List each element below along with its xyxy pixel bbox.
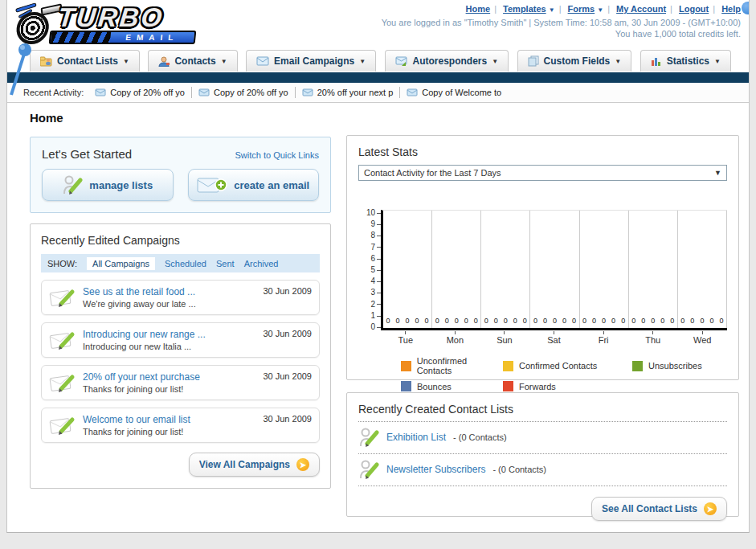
switch-quick-links-link[interactable]: Switch to Quick Links — [235, 150, 319, 160]
stats-period-value: Contact Activity for the Last 7 Days — [364, 168, 501, 178]
chart-y-tick-label: 9 — [358, 221, 381, 227]
campaign-subtitle: Thanks for joining our list! — [83, 384, 256, 394]
login-info: You are logged in as "Timothy Smith" | S… — [382, 17, 741, 39]
create-email-button[interactable]: create an email — [188, 169, 320, 201]
campaign-date: 30 Jun 2009 — [263, 414, 312, 424]
credits-text: You have 1,000 total credits left. — [382, 28, 741, 39]
chart-day-column: 00000 — [580, 211, 629, 328]
person-pencil-icon — [358, 459, 379, 480]
chart-day-column: 00000 — [481, 211, 530, 328]
chart-y-tick-label: 2 — [358, 301, 381, 308]
campaign-item[interactable]: Welcome to our email list Thanks for joi… — [41, 408, 320, 443]
contact-list-name-link[interactable]: Newsletter Subscribers — [386, 464, 485, 475]
legend-swatch — [401, 381, 411, 391]
tab-email-campaigns[interactable]: Email Campaigns ▼ — [246, 50, 376, 72]
legend-swatch — [503, 381, 513, 391]
chart-day-column: 00000 — [629, 211, 678, 328]
campaign-item[interactable]: Introducing our new range ... Introducin… — [41, 322, 320, 358]
divider — [191, 87, 192, 98]
see-all-contact-lists-button[interactable]: See All Contact Lists ➤ — [591, 497, 727, 521]
nav-my-account-link[interactable]: My Account — [616, 4, 666, 14]
campaign-date: 30 Jun 2009 — [263, 371, 312, 381]
person-pencil-icon — [62, 174, 83, 195]
nav-logout-link[interactable]: Logout — [679, 4, 709, 14]
tab-statistics[interactable]: Statistics ▼ — [640, 50, 731, 72]
logo-title: TURBO — [56, 2, 166, 33]
legend-swatch — [632, 361, 643, 371]
chart-day-column: 00000 — [432, 211, 481, 328]
manage-lists-button[interactable]: manage lists — [42, 169, 174, 201]
envelope-pencil-icon — [49, 330, 76, 351]
nav-forms-link[interactable]: Forms — [568, 4, 595, 14]
envelope-icon — [302, 88, 313, 96]
caret-down-icon: ▼ — [597, 6, 603, 14]
tab-contacts[interactable]: Contacts ▼ — [148, 50, 237, 72]
caret-down-icon: ▼ — [123, 58, 129, 65]
contact-list-item[interactable]: Newsletter Subscribers - (0 Contacts) — [358, 454, 727, 486]
arrow-right-icon: ➤ — [296, 458, 309, 471]
contact-list-item[interactable]: Exhibition List - (0 Contacts) — [358, 422, 727, 454]
envelope-pencil-icon — [49, 415, 76, 436]
latest-stats-panel: Latest Stats Contact Activity for the La… — [346, 135, 739, 380]
filter-sent[interactable]: Sent — [216, 259, 235, 268]
recent-activity-bar: Recent Activity: Copy of 20% off yo Copy… — [7, 83, 749, 103]
navy-divider-bar — [7, 72, 749, 83]
campaign-item[interactable]: 20% off your next purchase Thanks for jo… — [41, 365, 320, 400]
app-window: TURBO EMAIL Home| Templates ▼| Forms ▼| … — [6, 0, 750, 533]
chart-legend: Unconfirmed ContactsConfirmed ContactsUn… — [401, 356, 727, 391]
chart-day-column: 00000 — [383, 211, 432, 328]
chart-y-axis: 109876543210 — [358, 210, 381, 330]
stats-period-select[interactable]: Contact Activity for the Last 7 Days ▼ — [358, 165, 727, 181]
tab-contact-lists[interactable]: Contact Lists ▼ — [30, 50, 140, 72]
envelope-pencil-icon — [49, 287, 76, 309]
contact-list-name-link[interactable]: Exhibition List — [386, 432, 446, 443]
campaign-subtitle: We're giving away our late ... — [83, 299, 256, 309]
caret-down-icon: ▼ — [714, 169, 721, 177]
nav-separator: | — [670, 4, 672, 14]
campaign-title-link[interactable]: See us at the retail food ... — [83, 286, 256, 297]
chart-x-tick-label: Tue — [381, 330, 431, 345]
campaign-item[interactable]: See us at the retail food ... We're givi… — [41, 280, 320, 315]
help-bubble-icon[interactable] — [742, 2, 750, 14]
contact-lists-title: Recently Created Contact Lists — [358, 403, 727, 422]
turbo-email-logo[interactable]: TURBO EMAIL — [13, 4, 206, 47]
chart-x-tick-label: Fri — [578, 330, 628, 345]
campaign-title-link[interactable]: 20% off your next purchase — [83, 371, 256, 383]
activity-item-label: Copy of 20% off yo — [214, 88, 288, 97]
caret-down-icon: ▼ — [359, 58, 366, 65]
caret-down-icon: ▼ — [492, 58, 498, 65]
filter-scheduled[interactable]: Scheduled — [165, 259, 206, 268]
chart-value-labels: 00000 — [678, 317, 726, 325]
view-all-campaigns-label: View All Campaigns — [199, 459, 290, 470]
statistics-icon — [651, 56, 662, 67]
campaign-title-link[interactable]: Welcome to our email list — [83, 414, 256, 425]
contact-lists-icon — [40, 56, 52, 67]
nav-help-link[interactable]: Help — [721, 4, 741, 14]
nav-home-link[interactable]: Home — [466, 4, 491, 14]
recent-activity-item[interactable]: Copy of 20% off yo — [95, 88, 185, 97]
tab-autoresponders[interactable]: Autoresponders ▼ — [385, 50, 509, 72]
recent-activity-item[interactable]: Copy of Welcome to — [407, 88, 501, 97]
nav-templates-link[interactable]: Templates — [503, 4, 546, 14]
envelope-icon — [95, 88, 106, 96]
contact-list-detail: - (0 Contacts) — [492, 465, 546, 474]
campaign-date: 30 Jun 2009 — [263, 286, 312, 296]
nav-separator: | — [559, 4, 562, 14]
recent-activity-item[interactable]: 20% off your next p — [302, 88, 394, 97]
get-started-panel: Let's Get Started Switch to Quick Links … — [30, 137, 331, 213]
campaign-title-link[interactable]: Introducing our new range ... — [83, 329, 256, 340]
campaigns-panel-title: Recently Edited Campaigns — [41, 234, 320, 247]
chart-y-tick-label: 1 — [358, 313, 381, 319]
chart-y-tick-label: 8 — [358, 232, 381, 239]
chart-day-column: 00000 — [678, 211, 727, 328]
filter-archived[interactable]: Archived — [244, 259, 279, 268]
tab-custom-fields[interactable]: Custom Fields ▼ — [517, 50, 632, 72]
legend-label: Unconfirmed Contacts — [417, 356, 503, 375]
caret-down-icon: ▼ — [615, 58, 621, 65]
filter-all-campaigns[interactable]: All Campaigns — [87, 257, 155, 270]
view-all-campaigns-button[interactable]: View All Campaigns ➤ — [189, 453, 320, 477]
chart-value-labels: 00000 — [580, 317, 628, 325]
envelope-icon — [407, 88, 418, 96]
recent-activity-item[interactable]: Copy of 20% off yo — [198, 88, 288, 97]
tab-label: Contacts — [174, 55, 215, 67]
